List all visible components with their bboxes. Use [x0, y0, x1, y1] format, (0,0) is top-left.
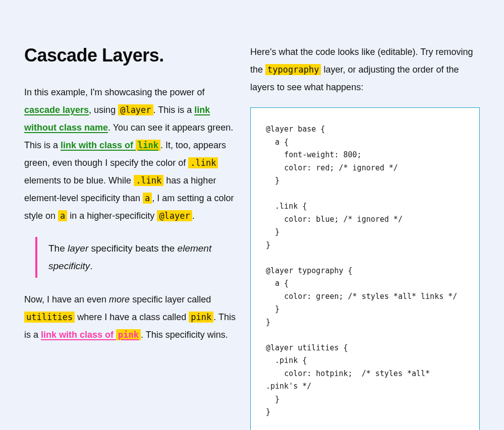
link-text: link with class of	[61, 140, 136, 150]
code-dot-link: .link	[134, 175, 163, 186]
text: in a higher-specificity	[67, 211, 157, 221]
code-a: a	[143, 193, 152, 204]
code-at-layer: @layer	[118, 104, 153, 115]
link-with-class-pink[interactable]: link with class of pink	[41, 329, 141, 340]
text: . This is a	[153, 105, 195, 115]
right-column: Here's what the code looks like (editabl…	[250, 20, 480, 430]
link-text: link with class of	[41, 330, 116, 340]
intro-paragraph: In this example, I'm showcasing the powe…	[24, 84, 236, 225]
code-typography: typography	[265, 64, 321, 75]
code-dot-link: .link	[188, 157, 218, 168]
text: .	[90, 261, 92, 271]
code-utilities: utilities	[24, 312, 75, 323]
blockquote-callout: The layer specificity beats the element …	[35, 237, 236, 277]
left-column: Cascade Layers. In this example, I'm sho…	[24, 20, 236, 354]
text: specificity beats the	[88, 243, 177, 254]
text: elements to be blue. While	[24, 175, 134, 186]
code-intro-paragraph: Here's what the code looks like (editabl…	[250, 43, 480, 96]
page-container: Cascade Layers. In this example, I'm sho…	[0, 0, 504, 430]
text: .	[192, 211, 195, 221]
text: In this example, I'm showcasing the powe…	[24, 87, 205, 97]
code-pink: pink	[189, 312, 213, 323]
code-pink-classname: pink	[116, 329, 141, 340]
code-at-layer: @layer	[157, 210, 192, 221]
second-paragraph: Now, I have an even more specific layer …	[24, 291, 236, 344]
text: specific layer called	[130, 294, 211, 304]
text: . This specificity wins.	[141, 330, 228, 340]
code-link-classname: link	[136, 140, 160, 151]
css-code-editor[interactable]: @layer base { a { font-weight: 800; colo…	[250, 107, 480, 430]
text: The	[48, 243, 68, 254]
text: where I have a class called	[75, 312, 189, 322]
text: , using	[89, 105, 118, 115]
code-a: a	[58, 210, 67, 221]
emphasis-layer: layer	[68, 243, 88, 254]
text: Now, I have an even	[24, 294, 109, 304]
cascade-layers-link[interactable]: cascade layers	[24, 105, 89, 115]
emphasis-more: more	[109, 294, 130, 304]
link-with-class-link[interactable]: link with class of link	[61, 140, 160, 151]
page-title: Cascade Layers.	[24, 45, 236, 66]
